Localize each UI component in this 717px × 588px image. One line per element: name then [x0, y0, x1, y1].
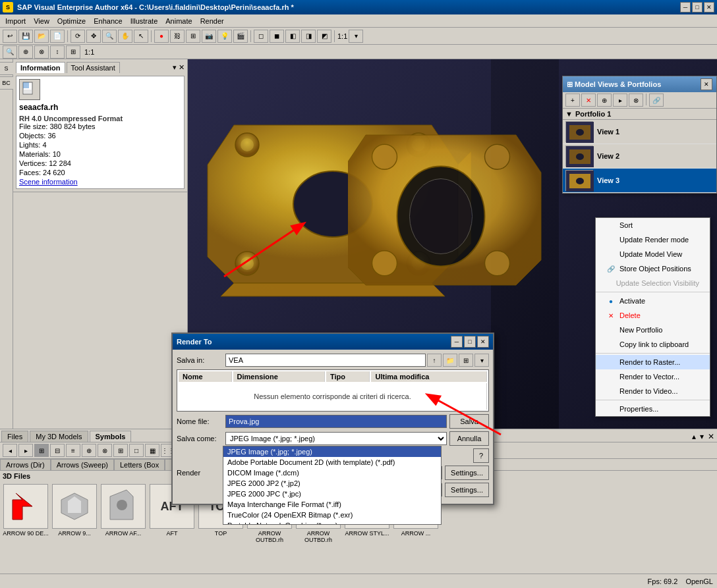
sym-btn1[interactable]: ◂: [3, 444, 17, 457]
dialog-header-controls[interactable]: ─ □ ✕: [451, 336, 489, 348]
ctx-update-model-view[interactable]: Update Model View: [596, 247, 710, 261]
format-option-jpeg[interactable]: JPEG Image (*.jpg; *.jpeg): [223, 446, 441, 457]
maximize-button[interactable]: □: [692, 2, 703, 13]
tb-select[interactable]: ↖: [134, 30, 148, 43]
tb2-b4[interactable]: ⊞: [66, 45, 80, 59]
tb-open[interactable]: 📂: [34, 30, 49, 43]
dialog-format-select[interactable]: JPEG Image (*.jpg; *.jpeg) Adobe Portabl…: [225, 432, 447, 445]
sym-btn4[interactable]: ⊟: [50, 444, 65, 457]
format-option-iff[interactable]: Maya Interchange File Format (*.iff): [223, 499, 441, 510]
tb-obj2[interactable]: ◼: [270, 30, 284, 43]
tb-light[interactable]: 💡: [217, 30, 232, 43]
ctx-update-render-mode[interactable]: Update Render mode: [596, 232, 710, 247]
dialog-view-drop[interactable]: ▾: [474, 354, 489, 367]
sym-btn7[interactable]: ⊗: [98, 444, 112, 457]
tb-move[interactable]: ✥: [86, 30, 101, 43]
menu-import[interactable]: Import: [1, 16, 30, 26]
tb-zoomdrop[interactable]: ▾: [349, 30, 363, 43]
format-option-jp2[interactable]: JPEG 2000 JP2 (*.jp2): [223, 478, 441, 489]
ctx-activate[interactable]: ● Activate: [596, 294, 710, 308]
panel-nav-up[interactable]: ▴: [691, 432, 697, 441]
minimize-button[interactable]: ─: [680, 2, 691, 13]
scene-info-link[interactable]: Scene information: [19, 178, 78, 186]
sidebar-bc-btn[interactable]: BC: [0, 76, 14, 90]
sym-tab-arrows-sweep[interactable]: Arrows (Sweep): [51, 459, 114, 470]
sym-tab-arrows-dir[interactable]: Arrows (Dir): [0, 459, 51, 470]
ctx-new-portfolio[interactable]: New Portfolio: [596, 323, 710, 337]
format-option-jpc[interactable]: JPEG 2000 JPC (*.jpc): [223, 489, 441, 499]
dialog-question-btn[interactable]: ?: [473, 448, 489, 463]
sym-tab-letters-box[interactable]: Letters (Box: [114, 459, 165, 470]
mv-close-btn[interactable]: ✕: [701, 78, 712, 90]
dialog-nav-up[interactable]: ↑: [427, 354, 442, 367]
tab-files[interactable]: Files: [1, 431, 28, 442]
mv-view-1[interactable]: View 1: [563, 120, 716, 144]
tb-scene[interactable]: 🎬: [233, 30, 248, 43]
format-dropdown-list[interactable]: JPEG Image (*.jpg; *.jpeg) Adobe Portabl…: [223, 446, 442, 525]
menu-optimize[interactable]: Optimize: [53, 16, 90, 26]
format-option-png[interactable]: Portable Network Graphics (*.png): [223, 520, 441, 525]
tb-pan[interactable]: ✋: [118, 30, 132, 43]
dialog-max-btn[interactable]: □: [464, 336, 476, 348]
tb-zoom[interactable]: 🔍: [102, 30, 117, 43]
panel-nav-down[interactable]: ▾: [699, 432, 705, 441]
ctx-render-to-video[interactable]: Render to Video...: [596, 384, 710, 398]
tb-obj5[interactable]: ◩: [317, 30, 331, 43]
tab-my3dmodels[interactable]: My 3D Models: [30, 431, 88, 442]
dialog-savein-input[interactable]: [225, 354, 426, 367]
tb-ref[interactable]: ⊞: [186, 30, 200, 43]
sym-btn10[interactable]: ▦: [145, 444, 159, 457]
ctx-properties[interactable]: Properties...: [596, 402, 710, 416]
format-option-exr[interactable]: TrueColor (24 OpenEXR Bitmap (*.exr): [223, 510, 441, 520]
ctx-delete[interactable]: ✕ Delete: [596, 308, 710, 323]
ctx-render-to-raster[interactable]: Render to Raster...: [596, 355, 710, 369]
tb-rotate[interactable]: ⟳: [71, 30, 85, 43]
sym-btn2[interactable]: ▸: [18, 444, 33, 457]
format-option-dcm[interactable]: DICOM Image (*.dcm): [223, 468, 441, 478]
menu-enhance[interactable]: Enhance: [90, 16, 126, 26]
mv-view-2[interactable]: View 2: [563, 144, 716, 169]
tb2-b3[interactable]: ↕: [50, 45, 65, 59]
dialog-settings1-btn[interactable]: Settings...: [445, 466, 489, 480]
tb2-search[interactable]: 🔍: [3, 45, 17, 59]
mv-view-3[interactable]: View 3: [563, 169, 716, 193]
ctx-store-object-positions[interactable]: 🔗 Store Object Positions: [596, 261, 710, 276]
dialog-save-btn[interactable]: Salva: [449, 414, 489, 429]
mv-header-controls[interactable]: ✕: [701, 78, 712, 90]
ctx-copy-link[interactable]: Copy link to clipboard: [596, 337, 710, 352]
dialog-create-folder[interactable]: 📁: [443, 354, 457, 367]
tb-new[interactable]: 📄: [50, 30, 65, 43]
tb-cam[interactable]: 📷: [202, 30, 216, 43]
window-controls[interactable]: ─ □ ✕: [680, 2, 714, 13]
dialog-filename-input[interactable]: [225, 415, 447, 428]
dialog-view-btn[interactable]: ⊞: [459, 354, 473, 367]
mv-btn5[interactable]: ⊗: [629, 94, 643, 107]
thumb-arrowaf[interactable]: ARROW AF...: [100, 484, 146, 588]
tab-symbols[interactable]: Symbols: [90, 431, 132, 442]
ctx-render-to-vector[interactable]: Render to Vector...: [596, 369, 710, 384]
mv-add-btn[interactable]: +: [565, 94, 580, 107]
sym-btn3[interactable]: ⊞: [34, 444, 49, 457]
tb-save[interactable]: 💾: [18, 30, 33, 43]
tb-chain[interactable]: ⛓: [170, 30, 185, 43]
menu-illustrate[interactable]: Illustrate: [127, 16, 162, 26]
mv-delete-btn[interactable]: ✕: [581, 94, 596, 107]
menu-view[interactable]: View: [30, 16, 53, 26]
dialog-close-btn[interactable]: ✕: [477, 336, 489, 348]
tb-obj1[interactable]: ◻: [254, 30, 268, 43]
mv-btn3[interactable]: ⊕: [597, 94, 612, 107]
close-button[interactable]: ✕: [704, 2, 714, 13]
sym-btn8[interactable]: ⊞: [113, 444, 128, 457]
panel-nav-right[interactable]: ✕: [706, 432, 716, 441]
sym-btn6[interactable]: ⊕: [82, 444, 96, 457]
thumb-arrow9[interactable]: ARROW 9...: [51, 484, 98, 588]
tab-tool-assistant[interactable]: Tool Assistant: [67, 62, 120, 73]
menu-render[interactable]: Render: [196, 16, 228, 26]
tb-redball[interactable]: ●: [154, 30, 169, 43]
mv-btn6[interactable]: 🔗: [649, 94, 664, 107]
thumb-arrow90[interactable]: ARROW 90 DE...: [3, 484, 49, 588]
panel-close-btn[interactable]: ▾ ✕: [173, 63, 185, 72]
dialog-settings2-btn[interactable]: Settings...: [445, 483, 489, 497]
format-option-pdf[interactable]: Adobe Portable Document 2D (with templat…: [223, 457, 441, 468]
mv-btn4[interactable]: ▸: [613, 94, 627, 107]
